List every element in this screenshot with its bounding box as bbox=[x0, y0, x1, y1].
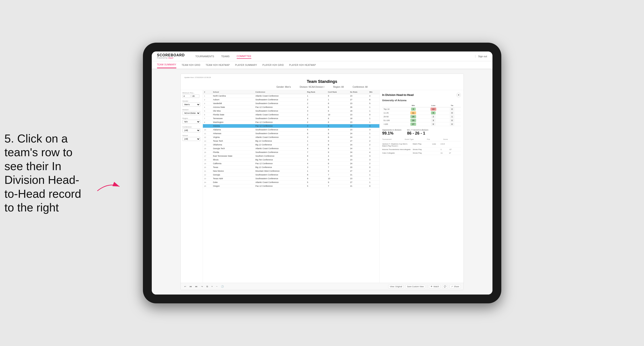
tournament-event-type: Stroke Play bbox=[413, 152, 430, 154]
conference-select[interactable]: (All) bbox=[182, 128, 200, 132]
clock-button[interactable]: 🕐 bbox=[220, 285, 224, 288]
table-row[interactable]: 22 Georgia Southeastern Conference 8 7 2… bbox=[203, 173, 380, 177]
table-row[interactable]: 25 Oregon Pac-12 Conference 5 7 21 0 bbox=[203, 184, 380, 188]
cell-rank: 25 bbox=[203, 184, 212, 188]
h2h-close-button[interactable]: ✕ bbox=[456, 93, 461, 97]
opponents-label: Opponents in division: bbox=[382, 129, 402, 131]
table-row[interactable]: 19 California Pac-12 Conference 4 8 24 2 bbox=[203, 162, 380, 166]
table-row[interactable]: 1 North Carolina Atlantic Coast Conferen… bbox=[203, 94, 380, 98]
cell-conference: Pac-12 Conference bbox=[254, 162, 306, 166]
table-row[interactable]: 3 Vanderbilt Southeastern Conference 2 8… bbox=[203, 102, 380, 105]
gender-select[interactable]: Men's bbox=[182, 103, 200, 107]
nav-committee[interactable]: COMMITTEE bbox=[237, 54, 251, 59]
tablet-screen: SCOREBOARD Powered by clippd TOURNAMENTS… bbox=[152, 51, 492, 295]
subnav-player-summary[interactable]: PLAYER SUMMARY bbox=[235, 62, 257, 68]
table-row[interactable]: 21 New Mexico Mountain West Conference 1… bbox=[203, 169, 380, 173]
table-row[interactable]: 20 Texas Big 12 Conference 3 7 20 0 bbox=[203, 166, 380, 169]
cell-win: 1 bbox=[368, 173, 379, 177]
gender-filter-sidebar: Gender Men's bbox=[182, 100, 201, 107]
table-row[interactable]: 8 Washington Pac-12 Conference 2 8 23 1 bbox=[203, 120, 380, 124]
opponents-stat: Opponents in division: 99.1% bbox=[382, 129, 402, 136]
col-no-rnds: No Rnds bbox=[349, 90, 368, 94]
min-rounds-filter: Minimum Rou... bbox=[182, 92, 201, 98]
cell-win: 2 bbox=[368, 162, 379, 166]
cell-reg-rank: 2 bbox=[306, 102, 326, 105]
cell-win: 1 bbox=[368, 136, 379, 139]
watch-button[interactable]: 👁 Watch bbox=[429, 285, 440, 288]
subnav-team-h2h-heatmap[interactable]: TEAM H2H HEATMAP bbox=[206, 62, 230, 68]
h2h-tie: 0 bbox=[443, 119, 461, 122]
table-row[interactable]: 6 Florida State Atlantic Coast Conferenc… bbox=[203, 113, 380, 117]
sign-out-button[interactable]: Sign out bbox=[475, 55, 487, 58]
cell-conference: Pac-12 Conference bbox=[254, 124, 306, 128]
h2h-range: >100 bbox=[382, 122, 403, 126]
subnav-team-summary[interactable]: TEAM SUMMARY bbox=[157, 62, 176, 68]
h2h-loss: 2 bbox=[423, 115, 443, 119]
nav-tournaments[interactable]: TOURNAMENTS bbox=[195, 54, 214, 59]
redo-button[interactable]: ↪ bbox=[200, 285, 204, 288]
nav-teams[interactable]: TEAMS bbox=[221, 54, 230, 59]
cell-reg-rank: 7 bbox=[306, 151, 326, 154]
table-row[interactable]: 4 Arizona State Pac-12 Conference 4 9 26… bbox=[203, 105, 380, 109]
cell-school: Oklahoma bbox=[212, 143, 254, 147]
table-row[interactable]: 16 Florida Southeastern Conference 7 9 2… bbox=[203, 151, 380, 154]
cell-school: Auburn bbox=[212, 98, 254, 102]
division-filter-sidebar: Division NCAA Division I bbox=[182, 109, 201, 115]
plus-button[interactable]: + bbox=[210, 285, 214, 288]
table-row[interactable]: 18 Illinois Big Ten Conference 1 9 23 3 bbox=[203, 158, 380, 162]
cell-reg-rank: 3 bbox=[306, 136, 326, 139]
table-row[interactable]: 7 Tennessee Southeastern Conference 4 6 … bbox=[203, 117, 380, 120]
cell-conf-rank: 9 bbox=[326, 180, 349, 184]
cell-win: 2 bbox=[368, 169, 379, 173]
cell-win: 3 bbox=[368, 124, 379, 128]
gender-sidebar-label: Gender bbox=[182, 100, 201, 102]
table-row[interactable]: 15 Georgia Tech Atlantic Coast Conferenc… bbox=[203, 147, 380, 151]
max-rounds-input[interactable] bbox=[191, 94, 199, 98]
cell-rank: 24 bbox=[203, 180, 212, 184]
subnav-team-h2h-grid[interactable]: TEAM H2H GRID bbox=[182, 62, 200, 68]
cell-conf-rank: 8 bbox=[326, 143, 349, 147]
table-row[interactable]: 17 East Tennessee State Southern Confere… bbox=[203, 154, 380, 158]
logo-brand: clippd bbox=[168, 57, 174, 59]
table-row[interactable]: 13 Texas Tech Big 12 Conference 1 9 27 2 bbox=[203, 139, 380, 143]
subnav-player-h2h-heatmap[interactable]: PLAYER H2H HEATMAP bbox=[289, 62, 316, 68]
comment-button[interactable]: 💬 bbox=[442, 285, 448, 288]
step-forward-button[interactable]: ⏭ bbox=[194, 285, 198, 288]
table-row[interactable]: 9 Arizona Pac-12 Conference 3 6 23 3 bbox=[203, 124, 380, 128]
table-row[interactable]: 2 Auburn Southeastern Conference 2 1 27 … bbox=[203, 98, 380, 102]
cell-school: Georgia Tech bbox=[212, 147, 254, 151]
school-select[interactable]: (All) bbox=[182, 137, 200, 141]
logo-title: SCOREBOARD bbox=[157, 53, 185, 57]
table-row[interactable]: 12 Virginia Atlantic Coast Conference 3 … bbox=[203, 136, 380, 139]
cell-rank: 5 bbox=[203, 109, 212, 113]
cell-conf-rank: 8 bbox=[326, 128, 349, 132]
cell-conf-rank: 7 bbox=[326, 166, 349, 169]
region-select[interactable]: N/A bbox=[182, 120, 200, 124]
logo-powered-by: Powered by clippd bbox=[157, 57, 185, 59]
table-row[interactable]: 23 Texas A&M Southeastern Conference 9 1… bbox=[203, 177, 380, 180]
table-row[interactable]: 14 Oklahoma Big 12 Conference 2 8 24 2 bbox=[203, 143, 380, 147]
view-original-button[interactable]: View: Original bbox=[388, 285, 404, 288]
undo-button[interactable]: ↩ bbox=[184, 285, 187, 288]
save-custom-view-button[interactable]: Save Custom View bbox=[405, 285, 425, 288]
tournament-pos: 1 bbox=[441, 149, 447, 151]
step-back-button[interactable]: ⏮ bbox=[189, 285, 193, 288]
table-row[interactable]: 5 Ole Miss Southeastern Conference 3 6 1… bbox=[203, 109, 380, 113]
minus-button[interactable]: − bbox=[215, 285, 218, 288]
subnav-player-h2h-grid[interactable]: PLAYER H2H GRID bbox=[262, 62, 284, 68]
share-button[interactable]: ↗ Share bbox=[450, 285, 460, 288]
col-conference: Conference bbox=[254, 90, 306, 94]
division-select[interactable]: NCAA Division I bbox=[182, 111, 200, 115]
arrow-container bbox=[95, 180, 122, 193]
cell-school: Vanderbilt bbox=[212, 102, 254, 105]
table-row[interactable]: 10 Alabama Southeastern Conference 5 8 2… bbox=[203, 128, 380, 132]
cell-rank: 2 bbox=[203, 98, 212, 102]
table-row[interactable]: 11 Arkansas Southeastern Conference 6 8 … bbox=[203, 132, 380, 136]
cell-conf-rank: 7 bbox=[326, 173, 349, 177]
copy-button[interactable]: ⧉ bbox=[206, 285, 209, 288]
min-rounds-label: Minimum Rou... bbox=[182, 92, 201, 94]
tournament-name: Cabo Collegiate bbox=[382, 152, 411, 154]
min-rounds-input[interactable] bbox=[182, 94, 190, 98]
cell-conference: Atlantic Coast Conference bbox=[254, 180, 306, 184]
table-row[interactable]: 24 Duke Atlantic Coast Conference 5 9 27… bbox=[203, 180, 380, 184]
